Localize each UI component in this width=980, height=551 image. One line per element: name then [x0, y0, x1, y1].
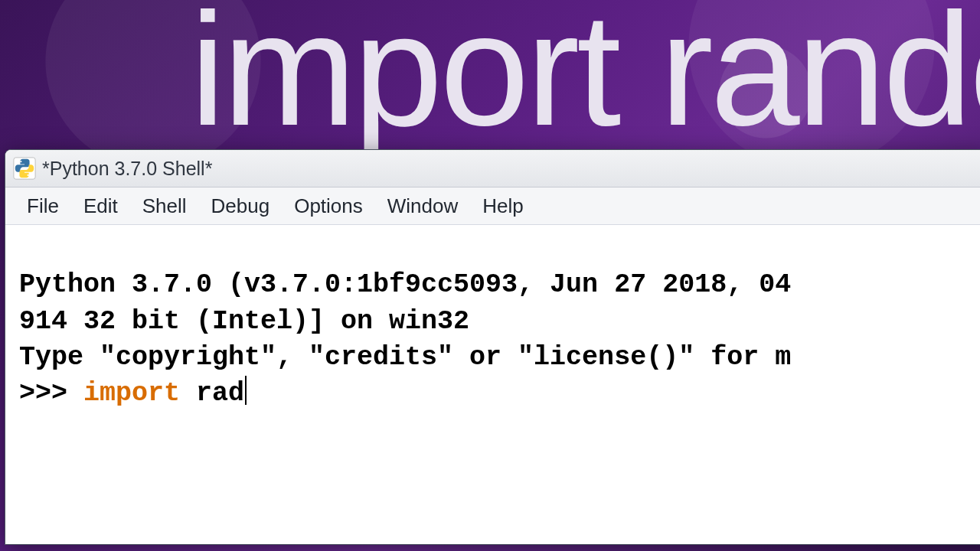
idle-shell-window: *Python 3.7.0 Shell* File Edit Shell Deb… — [5, 149, 980, 545]
menu-bar: File Edit Shell Debug Options Window Hel… — [5, 187, 980, 225]
python-app-icon — [13, 157, 36, 180]
banner-line-1: Python 3.7.0 (v3.7.0:1bf9cc5093, Jun 27 … — [19, 269, 791, 300]
svg-point-1 — [20, 161, 21, 162]
menu-window[interactable]: Window — [377, 190, 469, 223]
prompt-symbol: >>> — [19, 378, 83, 409]
menu-debug[interactable]: Debug — [201, 190, 281, 223]
banner-line-2: 914 32 bit (Intel)] on win32 — [19, 306, 469, 337]
menu-help[interactable]: Help — [472, 190, 534, 223]
shell-console[interactable]: Python 3.7.0 (v3.7.0:1bf9cc5093, Jun 27 … — [5, 225, 980, 455]
svg-point-2 — [28, 174, 29, 176]
text-cursor — [245, 376, 247, 405]
prompt-line[interactable]: >>> import rad — [19, 378, 247, 409]
banner-line-3: Type "copyright", "credits" or "license(… — [19, 342, 791, 373]
typed-text: rad — [196, 378, 244, 409]
menu-edit[interactable]: Edit — [73, 190, 129, 223]
desktop-background: import random *Python 3.7.0 Shell* File … — [0, 0, 980, 551]
background-headline: import random — [190, 0, 980, 162]
window-title: *Python 3.7.0 Shell* — [42, 158, 212, 180]
menu-shell[interactable]: Shell — [132, 190, 198, 223]
typed-space — [180, 378, 196, 409]
menu-file[interactable]: File — [16, 190, 70, 223]
window-titlebar[interactable]: *Python 3.7.0 Shell* — [5, 150, 980, 187]
menu-options[interactable]: Options — [283, 190, 374, 223]
keyword-import: import — [83, 378, 180, 409]
